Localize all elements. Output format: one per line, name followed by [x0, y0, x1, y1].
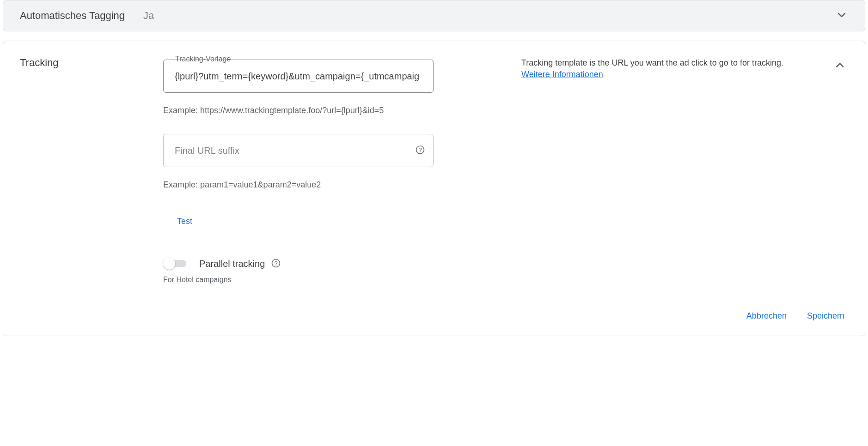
- auto-tagging-title: Automatisches Tagging: [20, 10, 125, 22]
- save-button[interactable]: Speichern: [805, 307, 846, 325]
- test-button[interactable]: Test: [170, 213, 200, 230]
- help-icon[interactable]: ?: [271, 259, 281, 269]
- tracking-template-example: Example: https://www.trackingtemplate.fo…: [163, 106, 505, 115]
- parallel-tracking-toggle[interactable]: [163, 258, 186, 269]
- tracking-template-field-wrap: Tracking-Vorlage: [163, 60, 434, 93]
- auto-tagging-value: Ja: [143, 10, 154, 22]
- cancel-button[interactable]: Abbrechen: [745, 307, 789, 325]
- parallel-tracking-label: Parallel tracking: [199, 259, 265, 269]
- final-url-suffix-input[interactable]: [174, 145, 423, 157]
- parallel-tracking-sub: For Hotel campaigns: [163, 276, 681, 284]
- svg-text:?: ?: [418, 146, 422, 153]
- final-url-suffix-example: Example: param1=value1&param2=value2: [163, 180, 505, 190]
- learn-more-link[interactable]: Weitere Informationen: [521, 70, 603, 79]
- tracking-title: Tracking: [20, 57, 163, 69]
- tracking-help-text: Tracking template is the URL you want th…: [521, 57, 820, 70]
- tracking-template-input[interactable]: [174, 71, 423, 82]
- help-icon[interactable]: ?: [416, 145, 425, 156]
- svg-text:?: ?: [275, 259, 278, 266]
- panel-footer: Abbrechen Speichern: [3, 298, 865, 336]
- auto-tagging-panel[interactable]: Automatisches Tagging Ja: [3, 0, 865, 31]
- final-url-suffix-field-wrap: Final URL suffix ?: [163, 134, 434, 167]
- tracking-panel: Tracking Tracking-Vorlage Example: https…: [3, 41, 865, 336]
- chevron-up-icon[interactable]: [831, 57, 848, 75]
- chevron-down-icon[interactable]: [832, 6, 851, 26]
